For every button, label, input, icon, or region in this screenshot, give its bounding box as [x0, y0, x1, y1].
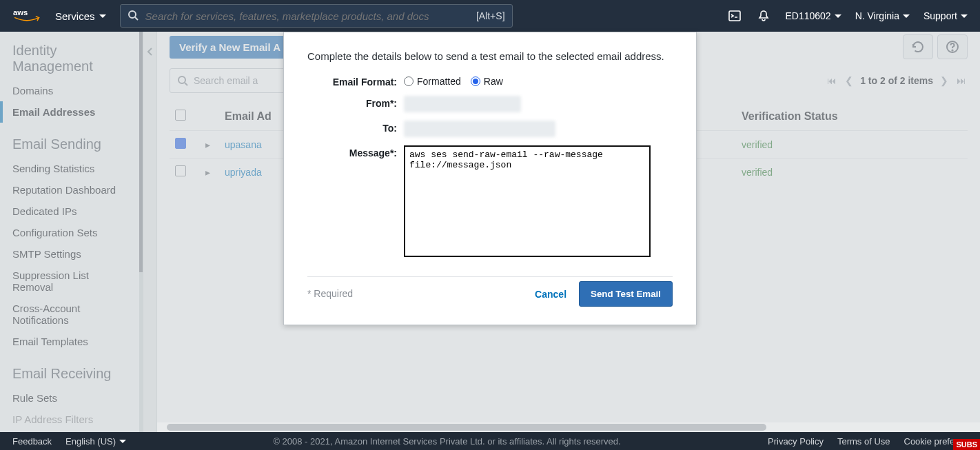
cancel-button[interactable]: Cancel: [535, 289, 566, 300]
account-menu[interactable]: ED110602: [785, 10, 841, 21]
svg-rect-3: [729, 11, 740, 21]
send-test-email-button[interactable]: Send Test Email: [579, 281, 673, 307]
modal-lead: Complete the details below to send a tes…: [307, 50, 673, 62]
services-menu[interactable]: Services: [55, 10, 106, 22]
radio-formatted[interactable]: Formatted: [404, 76, 461, 87]
copyright: © 2008 - 2021, Amazon Internet Services …: [140, 436, 754, 447]
label-email-format: Email Format:: [307, 74, 404, 88]
content-scrollbar[interactable]: [157, 422, 980, 432]
to-value-redacted[interactable]: [404, 121, 555, 137]
global-search[interactable]: [Alt+S]: [120, 4, 513, 28]
cloudshell-icon[interactable]: [727, 8, 742, 23]
global-search-input[interactable]: [145, 10, 469, 22]
notifications-icon[interactable]: [756, 8, 771, 23]
support-menu[interactable]: Support: [923, 10, 968, 21]
language-menu[interactable]: English (US): [65, 436, 126, 447]
radio-raw[interactable]: Raw: [471, 76, 503, 87]
caret-down-icon: [99, 14, 106, 18]
caret-down-icon: [835, 14, 841, 18]
svg-point-1: [129, 11, 136, 18]
feedback-link[interactable]: Feedback: [12, 436, 52, 447]
footer: Feedback English (US) © 2008 - 2021, Ama…: [0, 432, 980, 450]
privacy-link[interactable]: Privacy Policy: [768, 436, 824, 447]
search-icon: [127, 10, 139, 23]
label-message: Message*:: [307, 145, 404, 158]
top-nav: aws Services [Alt+S] ED110602 N. Virgini…: [0, 0, 980, 32]
message-textarea[interactable]: [404, 145, 651, 257]
label-from: From*:: [307, 96, 404, 112]
caret-down-icon: [119, 440, 126, 443]
caret-down-icon: [961, 14, 968, 18]
svg-line-2: [135, 17, 138, 20]
caret-down-icon: [903, 14, 910, 18]
region-menu[interactable]: N. Virginia: [855, 10, 910, 21]
terms-link[interactable]: Terms of Use: [837, 436, 890, 447]
from-value-redacted: [404, 96, 521, 112]
services-label: Services: [55, 10, 95, 22]
aws-logo[interactable]: aws: [12, 8, 41, 24]
search-shortcut: [Alt+S]: [476, 10, 505, 21]
subs-badge: SUBS: [953, 439, 980, 450]
label-to: To:: [307, 121, 404, 137]
svg-text:aws: aws: [13, 8, 28, 17]
send-test-email-modal: Complete the details below to send a tes…: [283, 32, 697, 325]
